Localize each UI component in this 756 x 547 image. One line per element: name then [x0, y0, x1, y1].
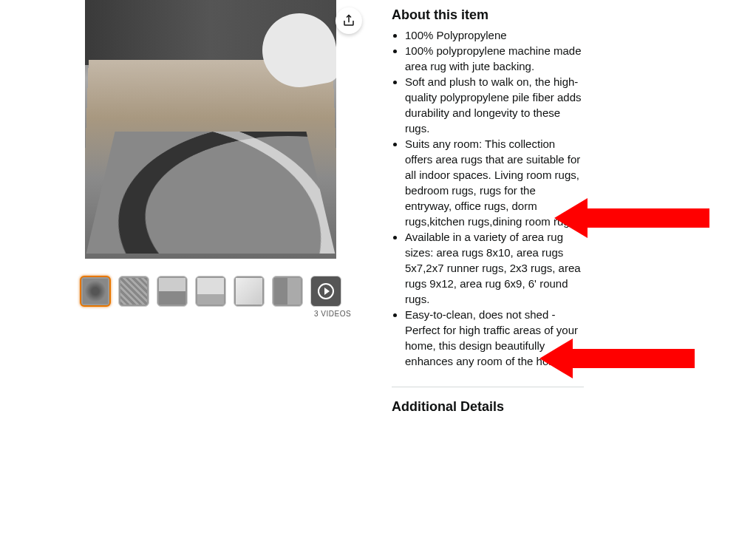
product-gallery: 3 VIDEOS — [0, 0, 377, 415]
play-icon — [318, 283, 334, 299]
bullet-item: 100% Polypropylene — [405, 27, 584, 43]
annotation-arrow-2 — [539, 333, 695, 384]
thumbnail-4[interactable] — [195, 276, 226, 307]
bullet-item: Soft and plush to walk on, the high-qual… — [405, 74, 584, 136]
thumbnail-strip — [80, 276, 377, 307]
main-product-image[interactable] — [85, 0, 336, 259]
thumbnail-video[interactable] — [310, 276, 341, 307]
svg-marker-0 — [554, 198, 709, 238]
thumbnail-5[interactable] — [234, 276, 265, 307]
annotation-arrow-1 — [554, 192, 709, 244]
thumbnail-1[interactable] — [80, 276, 111, 307]
svg-marker-1 — [539, 339, 695, 378]
share-button[interactable] — [336, 7, 362, 34]
thumbnail-3[interactable] — [157, 276, 188, 307]
bullet-item: 100% polypropylene machine made area rug… — [405, 43, 584, 74]
additional-details-heading: Additional Details — [392, 399, 584, 415]
videos-count-label: 3 VIDEOS — [314, 310, 377, 318]
share-icon — [342, 14, 355, 27]
section-divider — [392, 387, 584, 387]
thumbnail-6[interactable] — [272, 276, 303, 307]
thumbnail-2[interactable] — [118, 276, 149, 307]
about-heading: About this item — [392, 7, 584, 23]
